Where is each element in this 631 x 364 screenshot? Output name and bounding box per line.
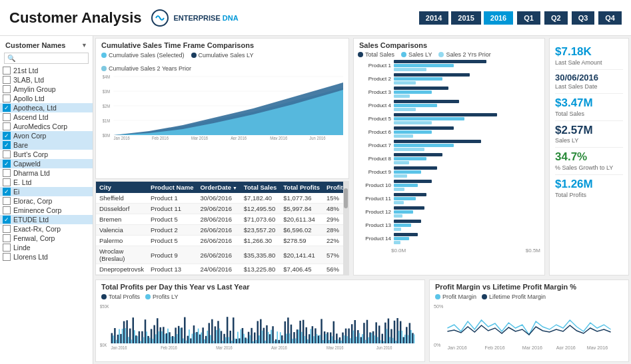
svg-rect-101 xyxy=(231,341,233,343)
svg-rect-42 xyxy=(141,331,143,343)
year-2015-button[interactable]: 2015 xyxy=(451,11,480,25)
svg-rect-140 xyxy=(291,325,292,343)
kpi-item: 30/06/2016Last Sales Date xyxy=(555,70,623,94)
sidebar-item[interactable]: Fenwal, Corp xyxy=(0,234,93,243)
table-cell: Wroclaw (Breslau) xyxy=(96,246,147,264)
svg-rect-102 xyxy=(233,317,234,343)
bar-segment xyxy=(394,134,413,138)
bar-group xyxy=(394,113,539,124)
col-profitmargin: Profit Margin xyxy=(323,182,343,193)
table-row[interactable]: Wroclaw (Breslau)Product 926/06/2016$35,… xyxy=(96,246,343,264)
table-cell: $13,225.80 xyxy=(241,264,280,275)
bar-row: Product 8 xyxy=(359,153,539,164)
svg-rect-197 xyxy=(377,337,378,343)
search-input[interactable] xyxy=(15,55,85,62)
col-product: Product Name xyxy=(147,182,197,193)
sidebar-item[interactable]: Dharma Ltd xyxy=(0,168,93,178)
bar-segment xyxy=(394,100,459,103)
year-2014-button[interactable]: 2014 xyxy=(419,11,448,25)
svg-rect-118 xyxy=(257,321,259,343)
sidebar-item[interactable]: Eminence Corp xyxy=(0,206,93,215)
svg-rect-185 xyxy=(359,333,360,343)
bar-label: Product 7 xyxy=(359,142,394,148)
bar-segment xyxy=(394,91,432,94)
table-row[interactable]: DnepropetrovskProduct 1324/06/2016$13,22… xyxy=(96,264,343,275)
q2-button[interactable]: Q2 xyxy=(544,11,568,25)
sidebar-item[interactable]: Burt's Corp xyxy=(0,150,93,159)
sidebar-item[interactable]: ✓Capweld xyxy=(0,159,93,168)
svg-rect-189 xyxy=(365,340,366,343)
sidebar-item[interactable]: E. Ltd xyxy=(0,178,93,187)
bar-label: Product 1 xyxy=(359,63,394,69)
dot-total-sales xyxy=(358,52,363,57)
table-scroll-area[interactable]: City Product Name OrderDate Total Sales … xyxy=(96,182,343,275)
q4-button[interactable]: Q4 xyxy=(598,11,622,25)
q3-button[interactable]: Q3 xyxy=(572,11,595,25)
svg-rect-205 xyxy=(389,337,390,343)
svg-rect-153 xyxy=(311,329,312,343)
sidebar-item[interactable]: Llorens Ltd xyxy=(0,252,93,262)
year-2016-button[interactable]: 2016 xyxy=(484,11,513,25)
sidebar-label[interactable]: Customer Names ▼ xyxy=(0,40,93,51)
table-row[interactable]: BremenProduct 528/06/2016$71,073.60$20,6… xyxy=(96,214,343,225)
table-body: SheffieldProduct 130/06/2016$7,182.40$1,… xyxy=(96,193,343,275)
svg-rect-121 xyxy=(262,331,263,343)
bar-segment xyxy=(394,60,486,63)
svg-rect-156 xyxy=(315,328,316,343)
bar-row: Product 3 xyxy=(359,87,539,98)
kpi-value: 34.7% xyxy=(555,151,623,164)
chevron-down-icon: ▼ xyxy=(81,42,87,49)
svg-text:Jun 2016: Jun 2016 xyxy=(376,345,392,349)
table-cell: 48% xyxy=(323,204,343,214)
table-row[interactable]: ValenciaProduct 226/06/2016$23,557.20$6,… xyxy=(96,225,343,236)
sidebar-item[interactable]: ✓Apotheca, Ltd xyxy=(0,103,93,112)
margin-legend: Profit Margin Lifetime Profit Margin xyxy=(430,292,628,301)
svg-rect-160 xyxy=(320,319,322,343)
svg-rect-94 xyxy=(221,331,222,343)
svg-rect-24 xyxy=(114,328,115,343)
sidebar-item[interactable]: Linde xyxy=(0,243,93,252)
bar-group xyxy=(394,100,539,111)
sidebar-search-box[interactable]: 🔍 xyxy=(4,53,89,64)
svg-rect-164 xyxy=(326,332,328,343)
dot-margin xyxy=(435,294,440,299)
bar-group xyxy=(394,153,539,164)
svg-rect-125 xyxy=(268,332,269,343)
bar-segment xyxy=(394,166,437,170)
col-orderdate[interactable]: OrderDate xyxy=(197,182,240,193)
table-row[interactable]: PalermoProduct 526/06/2016$1,266.30$278.… xyxy=(96,236,343,246)
sidebar-item[interactable]: Elorac, Corp xyxy=(0,196,93,206)
svg-rect-46 xyxy=(147,336,149,343)
sidebar-item[interactable]: Ascend Ltd xyxy=(0,112,93,122)
sidebar-item[interactable]: ✓Bare xyxy=(0,140,93,150)
svg-rect-138 xyxy=(287,317,289,343)
sidebar-item[interactable]: ✓ETUDE Ltd xyxy=(0,215,93,224)
sidebar-item-label: ETUDE Ltd xyxy=(13,216,49,224)
sidebar-item[interactable]: 3LAB, Ltd xyxy=(0,75,93,85)
sidebar-item[interactable]: 21st Ltd xyxy=(0,66,93,75)
kpi-value: 30/06/2016 xyxy=(555,73,623,83)
sidebar-item[interactable]: Exact-Rx, Corp xyxy=(0,224,93,234)
table-cell: $278.59 xyxy=(280,236,323,246)
sidebar-item[interactable]: Apollo Ltd xyxy=(0,94,93,103)
table-row[interactable]: DüsseldorfProduct 1129/06/2016$12,495.50… xyxy=(96,204,343,214)
q1-button[interactable]: Q1 xyxy=(517,11,540,25)
sidebar-item[interactable]: Amylin Group xyxy=(0,85,93,94)
bar-segment xyxy=(394,184,418,187)
svg-rect-65 xyxy=(177,334,178,343)
bar-segment xyxy=(394,140,481,143)
scrollbar[interactable] xyxy=(343,182,348,275)
sidebar-item[interactable]: ✓Ei xyxy=(0,187,93,196)
svg-rect-208 xyxy=(394,321,395,343)
sidebar-item[interactable]: ✓Avon Corp xyxy=(0,131,93,140)
svg-text:$0M: $0M xyxy=(103,133,110,138)
svg-rect-167 xyxy=(331,336,332,343)
sidebar-item[interactable]: AuroMedics Corp xyxy=(0,122,93,131)
bar-label: Product 5 xyxy=(359,116,394,122)
table-cell: Product 9 xyxy=(147,246,197,264)
table-row[interactable]: SheffieldProduct 130/06/2016$7,182.40$1,… xyxy=(96,193,343,204)
bar-segment xyxy=(394,193,426,196)
cumulative-chart-title: Cumulative Sales Time Frame Comparisons xyxy=(96,39,348,51)
svg-rect-44 xyxy=(145,319,146,343)
bar-segment xyxy=(394,201,404,204)
